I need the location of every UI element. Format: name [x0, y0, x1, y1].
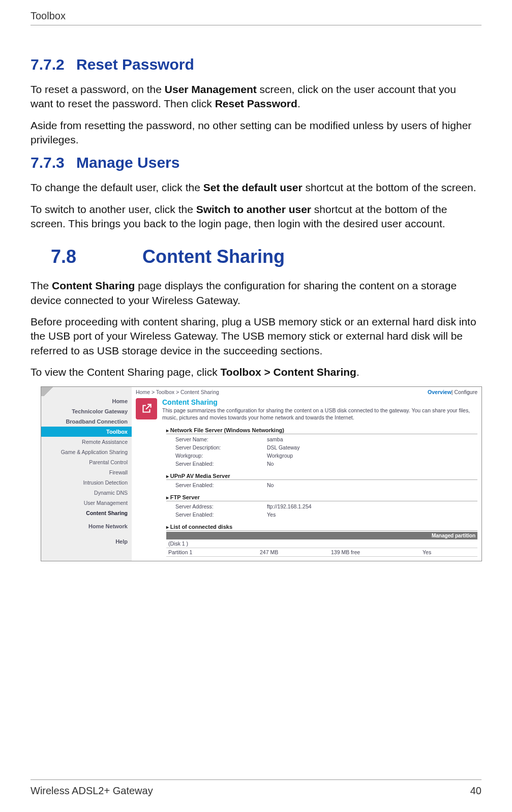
- kv-row: Server Enabled:No: [175, 481, 477, 489]
- disk-group: (Disk 1 ): [166, 539, 477, 548]
- title-row: Content Sharing This page summarizes the…: [136, 398, 477, 422]
- text-bold: Content Sharing: [52, 280, 135, 291]
- kv-row: Server Name:samba: [175, 435, 477, 443]
- paragraph: To switch to another user, click the Swi…: [31, 202, 481, 231]
- sidebar-item-parental-control[interactable]: Parental Control: [41, 457, 132, 467]
- kv-row: Server Description:DSL Gateway: [175, 443, 477, 452]
- text: shortcut at the bottom of the screen.: [303, 182, 476, 193]
- share-icon: [136, 398, 157, 419]
- section-nfs[interactable]: Network File Server (Windows Networking): [166, 427, 477, 434]
- page-header: Toolbox: [31, 10, 481, 25]
- heading-number: 7.7.2: [31, 56, 76, 73]
- text: To switch to another user, click the: [31, 203, 196, 215]
- text-bold: Toolbox > Content Sharing: [221, 366, 356, 378]
- paragraph: To view the Content Sharing page, click …: [31, 365, 481, 379]
- sidebar-item-intrusion-detection[interactable]: Intrusion Detection: [41, 477, 132, 488]
- kv-key: Server Description:: [175, 444, 267, 450]
- kv-val: ftp://192.168.1.254: [267, 503, 312, 509]
- disk-table: Managed partition (Disk 1 ) Partition 1 …: [166, 532, 477, 557]
- kv-row: Server Address:ftp://192.168.1.254: [175, 502, 477, 510]
- text: To change the default user, click the: [31, 182, 203, 193]
- main-panel: Home > Toolbox > Content Sharing | Confi…: [132, 387, 481, 560]
- kv-key: Server Enabled:: [175, 482, 267, 488]
- heading-number: 7.8: [51, 246, 142, 267]
- panel-title: Content Sharing: [162, 398, 477, 406]
- text: The: [31, 280, 52, 291]
- kv-val: No: [267, 482, 274, 488]
- sidebar-item-content-sharing[interactable]: Content Sharing: [41, 508, 132, 518]
- kv-row: Workgroup:Workgroup: [175, 452, 477, 460]
- kv-key: Server Address:: [175, 503, 267, 509]
- paragraph: To change the default user, click the Se…: [31, 181, 481, 195]
- text-bold: Set the default user: [203, 182, 303, 193]
- disk-free: 139 MB free: [331, 549, 423, 555]
- kv-key: Workgroup:: [175, 453, 267, 459]
- heading-7-8: 7.8Content Sharing: [51, 246, 481, 267]
- paragraph: Before proceeding with content sharing, …: [31, 315, 481, 358]
- sidebar-item-broadband[interactable]: Broadband Connection: [41, 416, 132, 427]
- sidebar-item-help[interactable]: Help: [41, 536, 132, 547]
- footer-product: Wireless ADSL2+ Gateway: [31, 785, 153, 797]
- kv-val: Yes: [267, 512, 276, 518]
- heading-7-7-3: 7.7.3Manage Users: [31, 154, 481, 171]
- sidebar: Home Technicolor Gateway Broadband Conne…: [41, 387, 132, 560]
- disk-size: 247 MB: [260, 549, 331, 555]
- heading-text: Reset Password: [76, 56, 194, 73]
- text: To reset a password, on the: [31, 83, 165, 95]
- configure-link[interactable]: | Configure: [451, 389, 477, 395]
- heading-text: Manage Users: [76, 154, 179, 171]
- sidebar-item-remote-assistance[interactable]: Remote Assistance: [41, 437, 132, 447]
- kv-key: Server Name:: [175, 436, 267, 442]
- heading-text: Content Sharing: [142, 246, 285, 267]
- disk-table-header: Managed partition: [166, 532, 477, 539]
- kv-val: No: [267, 461, 274, 467]
- disk-managed: Yes: [423, 549, 431, 555]
- sidebar-item-dynamic-dns[interactable]: Dynamic DNS: [41, 488, 132, 498]
- paragraph: Aside from resetting the password, no ot…: [31, 118, 481, 147]
- sidebar-item-toolbox[interactable]: Toolbox: [41, 427, 132, 437]
- page-footer: Wireless ADSL2+ Gateway 40: [31, 779, 481, 797]
- overview-link[interactable]: Overview: [428, 389, 451, 395]
- sidebar-notch: [41, 387, 132, 396]
- text: .: [356, 366, 359, 378]
- heading-7-7-2: 7.7.2Reset Password: [31, 56, 481, 73]
- kv-val: DSL Gateway: [267, 444, 299, 450]
- kv-key: Server Enabled:: [175, 461, 267, 467]
- text: To view the Content Sharing page, click: [31, 366, 221, 378]
- breadcrumb[interactable]: Home > Toolbox > Content Sharing: [136, 389, 219, 395]
- heading-number: 7.7.3: [31, 154, 76, 171]
- section-ftp[interactable]: FTP Server: [166, 494, 477, 501]
- paragraph: To reset a password, on the User Managem…: [31, 82, 481, 111]
- kv-row: Server Enabled:Yes: [175, 510, 477, 519]
- panel-description: This page summarizes the configuration f…: [162, 407, 477, 421]
- kv-val: Workgroup: [267, 453, 293, 459]
- sidebar-item-technicolor[interactable]: Technicolor Gateway: [41, 406, 132, 416]
- embedded-screenshot: Home Technicolor Gateway Broadband Conne…: [41, 386, 482, 561]
- sidebar-item-firewall[interactable]: Firewall: [41, 467, 132, 477]
- kv-val: samba: [267, 436, 283, 442]
- text-bold: Switch to another user: [196, 203, 311, 215]
- sidebar-item-game-app-sharing[interactable]: Game & Application Sharing: [41, 447, 132, 457]
- kv-row: Server Enabled:No: [175, 460, 477, 468]
- text-bold: Reset Password: [215, 98, 297, 109]
- disk-row: Partition 1 247 MB 139 MB free Yes: [166, 548, 477, 557]
- sidebar-item-home[interactable]: Home: [41, 396, 132, 406]
- text-bold: User Management: [165, 83, 257, 95]
- disk-name: Partition 1: [168, 549, 260, 555]
- col-managed: Managed partition: [432, 533, 475, 538]
- footer-page-number: 40: [470, 785, 481, 797]
- section-upnp[interactable]: UPnP AV Media Server: [166, 473, 477, 480]
- sidebar-item-user-management[interactable]: User Management: [41, 498, 132, 508]
- section-disks[interactable]: List of connected disks: [166, 524, 477, 531]
- sidebar-item-home-network[interactable]: Home Network: [41, 521, 132, 531]
- paragraph: The Content Sharing page displays the co…: [31, 279, 481, 308]
- kv-key: Server Enabled:: [175, 512, 267, 518]
- text: .: [297, 98, 300, 109]
- breadcrumb-bar: Home > Toolbox > Content Sharing | Confi…: [136, 389, 477, 395]
